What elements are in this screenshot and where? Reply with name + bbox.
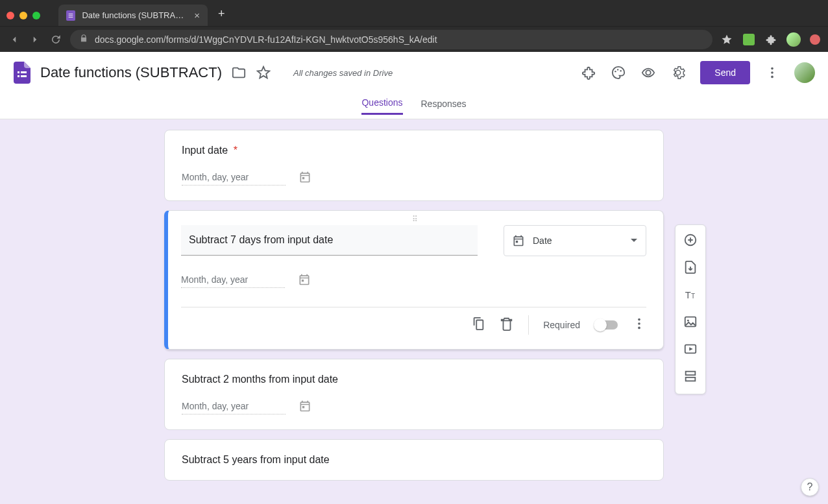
url-field[interactable]: docs.google.com/forms/d/1WggCnYDVLR-fu12… bbox=[70, 30, 712, 49]
svg-rect-13 bbox=[302, 177, 304, 179]
extensions-puzzle-icon[interactable] bbox=[764, 33, 777, 46]
window-minimize-icon[interactable] bbox=[19, 12, 27, 19]
extension-green-icon[interactable] bbox=[742, 33, 755, 46]
profile-avatar-icon[interactable] bbox=[786, 32, 801, 47]
browser-chrome: Date functions (SUBTRACT) - ( × + docs.g… bbox=[0, 0, 828, 52]
svg-point-7 bbox=[615, 71, 616, 72]
add-video-button[interactable] bbox=[683, 342, 698, 359]
date-placeholder[interactable]: Month, day, year bbox=[182, 401, 286, 414]
question-edit-row: Date bbox=[181, 225, 646, 256]
date-placeholder[interactable]: Month, day, year bbox=[182, 172, 286, 186]
bookmark-star-icon[interactable] bbox=[720, 33, 733, 46]
eye-icon[interactable] bbox=[640, 65, 656, 80]
chevron-down-icon bbox=[630, 237, 638, 245]
tab-responses[interactable]: Responses bbox=[421, 99, 467, 114]
duplicate-button[interactable] bbox=[471, 317, 485, 333]
move-folder-icon[interactable] bbox=[231, 65, 247, 80]
question-title-input[interactable] bbox=[181, 225, 478, 256]
help-button[interactable]: ? bbox=[801, 478, 819, 496]
gear-icon[interactable] bbox=[670, 65, 686, 80]
svg-text:T: T bbox=[685, 290, 691, 300]
svg-rect-15 bbox=[302, 280, 304, 282]
floating-toolbar: TT bbox=[675, 224, 706, 394]
window-controls[interactable] bbox=[5, 12, 47, 26]
svg-rect-2 bbox=[69, 17, 73, 18]
svg-point-17 bbox=[638, 322, 640, 325]
svg-point-10 bbox=[771, 67, 773, 70]
svg-point-9 bbox=[620, 70, 622, 71]
browser-tab-title: Date functions (SUBTRACT) - ( bbox=[82, 10, 188, 20]
nav-reload-button[interactable] bbox=[49, 33, 62, 46]
svg-rect-26 bbox=[686, 372, 696, 376]
question-card[interactable]: Subtract 2 months from input date Month,… bbox=[164, 359, 664, 430]
svg-point-8 bbox=[617, 69, 618, 70]
question-card-selected[interactable]: ⠿ Date Month, day, year Required bbox=[164, 210, 664, 350]
new-tab-button[interactable]: + bbox=[218, 7, 225, 21]
add-image-button[interactable] bbox=[683, 315, 698, 331]
required-star-icon: * bbox=[234, 145, 237, 156]
send-button[interactable]: Send bbox=[700, 61, 750, 84]
calendar-icon[interactable] bbox=[298, 273, 311, 289]
lock-icon bbox=[79, 34, 88, 45]
browser-address-bar: docs.google.com/forms/d/1WggCnYDVLR-fu12… bbox=[0, 26, 828, 52]
addons-icon[interactable] bbox=[581, 65, 596, 80]
form-tabs: Questions Responses bbox=[0, 93, 828, 119]
footer-divider bbox=[528, 315, 529, 335]
forms-header: Date functions (SUBTRACT) All changes sa… bbox=[0, 52, 828, 93]
calendar-icon[interactable] bbox=[298, 171, 311, 186]
date-answer-row: Month, day, year bbox=[182, 171, 646, 186]
svg-point-12 bbox=[771, 76, 773, 78]
question-type-select[interactable]: Date bbox=[504, 225, 646, 256]
question-title: Subtract 2 months from input date bbox=[182, 374, 646, 385]
date-answer-row: Month, day, year bbox=[181, 273, 646, 289]
question-more-icon[interactable] bbox=[632, 317, 646, 333]
add-question-button[interactable] bbox=[683, 233, 698, 250]
svg-rect-19 bbox=[302, 406, 304, 408]
question-card[interactable]: Input date * Month, day, year bbox=[164, 130, 664, 201]
svg-rect-27 bbox=[686, 378, 696, 381]
url-text: docs.google.com/forms/d/1WggCnYDVLR-fu12… bbox=[95, 34, 437, 45]
drag-handle-icon[interactable]: ⠿ bbox=[412, 215, 419, 224]
question-footer: Required bbox=[181, 307, 646, 335]
add-title-button[interactable]: TT bbox=[683, 287, 698, 304]
add-section-button[interactable] bbox=[683, 369, 698, 386]
document-title[interactable]: Date functions (SUBTRACT) bbox=[40, 64, 222, 81]
svg-point-16 bbox=[638, 318, 640, 321]
user-avatar-icon[interactable] bbox=[794, 62, 815, 83]
notification-badge-icon[interactable] bbox=[810, 34, 820, 45]
svg-text:T: T bbox=[691, 293, 695, 300]
window-close-icon[interactable] bbox=[6, 12, 14, 19]
header-actions: Send bbox=[581, 61, 815, 84]
svg-point-24 bbox=[687, 320, 689, 322]
svg-rect-1 bbox=[69, 15, 73, 16]
svg-point-18 bbox=[638, 327, 640, 330]
date-answer-row: Month, day, year bbox=[182, 400, 646, 415]
question-title: Subtract 5 years from input date bbox=[182, 454, 646, 466]
delete-button[interactable] bbox=[500, 317, 514, 333]
svg-point-11 bbox=[771, 71, 773, 74]
palette-icon[interactable] bbox=[611, 65, 626, 80]
question-type-label: Date bbox=[533, 235, 622, 246]
save-status: All changes saved in Drive bbox=[293, 68, 393, 78]
svg-rect-14 bbox=[516, 241, 518, 243]
address-bar-actions bbox=[720, 32, 820, 47]
toggle-knob-icon bbox=[594, 318, 607, 331]
svg-rect-3 bbox=[18, 71, 19, 73]
question-card[interactable]: Subtract 5 years from input date bbox=[164, 439, 664, 481]
form-column: Input date * Month, day, year ⠿ Date Mon… bbox=[164, 119, 664, 481]
date-placeholder[interactable]: Month, day, year bbox=[181, 274, 285, 288]
required-toggle[interactable] bbox=[594, 320, 618, 330]
more-vert-icon[interactable] bbox=[764, 65, 780, 80]
forms-favicon-icon bbox=[66, 10, 75, 21]
tab-questions[interactable]: Questions bbox=[361, 97, 402, 115]
forms-logo-icon[interactable] bbox=[13, 61, 31, 84]
import-questions-button[interactable] bbox=[683, 260, 698, 277]
tab-close-icon[interactable]: × bbox=[194, 10, 200, 21]
window-maximize-icon[interactable] bbox=[32, 12, 40, 19]
calendar-icon[interactable] bbox=[298, 400, 311, 415]
star-icon[interactable] bbox=[256, 65, 271, 80]
nav-forward-button[interactable] bbox=[29, 33, 42, 46]
required-label: Required bbox=[543, 320, 580, 330]
browser-tab[interactable]: Date functions (SUBTRACT) - ( × bbox=[58, 5, 208, 26]
nav-back-button[interactable] bbox=[8, 33, 21, 46]
